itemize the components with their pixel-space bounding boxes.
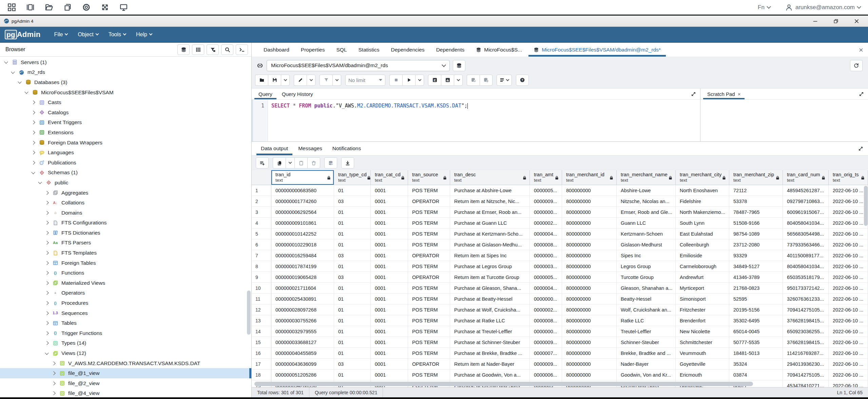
chevron-right-icon[interactable] [45, 281, 49, 285]
tree-item-fts-dictionaries[interactable]: FTS Dictionaries [0, 228, 251, 238]
grid-cell[interactable]: 01 [334, 348, 371, 359]
grid-cell[interactable]: 0001 [371, 261, 408, 272]
tab-dependencies[interactable]: Dependencies [385, 43, 430, 57]
grid-cell[interactable]: Purchase at Gislason-Medhu... [450, 239, 530, 250]
grid-cell[interactable]: Purchase at Treutel-Leffler [450, 326, 530, 337]
chevron-right-icon[interactable] [45, 201, 49, 204]
grid-cell[interactable]: Schinner-Steuber [617, 337, 676, 348]
grid-cell[interactable]: 01 [334, 185, 371, 196]
grid-cell[interactable]: 000000009101861 [271, 218, 334, 228]
grid-cell[interactable]: 50777-5535 [729, 337, 783, 348]
tab-microfocus-s[interactable]: MicroFocus$S... [470, 43, 528, 57]
row-number[interactable]: 11 [252, 294, 271, 304]
grid-cell[interactable]: 800000000 [562, 228, 617, 239]
tree-item-microfocus-see-files-vsam[interactable]: MicroFocus$SEE$Files$VSAM [0, 87, 251, 98]
grid-cell[interactable]: 800000000 [562, 261, 617, 272]
grid-cell[interactable]: 01 [334, 239, 371, 250]
grid-cell[interactable]: 709414275105... [783, 304, 829, 315]
grid-cell[interactable]: 03 [334, 196, 371, 207]
grid-cell[interactable]: OPERATOR [408, 250, 450, 261]
tree-item-languages[interactable]: Languages [0, 147, 251, 158]
grid-cell[interactable]: 51508-9166 [729, 218, 783, 228]
grid-cell[interactable]: 804058041034... [783, 261, 829, 272]
grid-cell[interactable]: 0000009... [530, 337, 562, 348]
menu-file[interactable]: File [54, 32, 68, 38]
tree-item-sequences[interactable]: 1.3Sequences [0, 308, 251, 318]
grid-cell[interactable]: 401150089177... [783, 250, 829, 261]
grid-cell[interactable]: Ratke LLC [617, 315, 676, 326]
delete-row-button[interactable] [307, 157, 320, 168]
grid-cell[interactable]: 41346-3789 [729, 272, 783, 283]
save-data-changes-button[interactable] [324, 157, 337, 168]
chevron-down-icon[interactable] [24, 90, 28, 94]
grid-cell[interactable]: 800000000 [562, 359, 617, 370]
grid-cell[interactable]: 2022-06-10 ... [829, 337, 868, 348]
grid-cell[interactable]: 01 [334, 283, 371, 294]
settings-gear-icon[interactable] [82, 3, 91, 12]
menu-help[interactable]: Help [136, 32, 152, 38]
tree-item-databases-3[interactable]: Databases (3) [0, 77, 251, 87]
tree-item-servers-1[interactable]: Servers (1) [0, 57, 251, 67]
chevron-right-icon[interactable] [45, 311, 49, 315]
grid-cell[interactable]: 000000043636099 [271, 359, 334, 370]
chevron-down-icon[interactable] [18, 80, 21, 84]
column-header-tran_desc[interactable]: tran_desctext [450, 170, 530, 185]
grid-cell[interactable]: Myrticeport [676, 283, 729, 294]
filter-menu-button[interactable] [332, 75, 341, 86]
grid-cell[interactable]: 2022-06-10 ... [829, 207, 868, 218]
grid-cell[interactable]: Guann LLC [617, 218, 676, 228]
row-number[interactable]: 14 [252, 326, 271, 337]
grid-cell[interactable]: 03 [334, 359, 371, 370]
grid-cell[interactable]: 0001 [371, 272, 408, 283]
grid-horizontal-scrollbar[interactable] [252, 382, 868, 386]
tab-dashboard[interactable]: Dashboard [258, 43, 295, 57]
column-header-tran_source[interactable]: tran_sourcetext [408, 170, 450, 185]
grid-cell[interactable]: Purchase at Ratke LLC [450, 315, 530, 326]
grid-cell[interactable]: Fidelshire [676, 196, 729, 207]
grid-cell[interactable]: Purchase at Wolf, Cruicksha... [450, 304, 530, 315]
row-number[interactable]: 1 [252, 185, 271, 196]
explain-button[interactable]: E [428, 75, 441, 86]
grid-cell[interactable]: 600961915067... [783, 207, 829, 218]
chevron-right-icon[interactable] [45, 271, 49, 275]
grid-cell[interactable]: OPERATOR [408, 272, 450, 283]
filtered-rows-button[interactable] [207, 44, 219, 55]
grid-cell[interactable]: 0000004... [530, 283, 562, 294]
grid-cell[interactable]: Return item at Nitzsche, Nic... [450, 196, 530, 207]
cancel-query-button[interactable] [389, 75, 402, 86]
grid-cell[interactable]: 0001 [371, 228, 408, 239]
tree-item-foreign-data-wrappers[interactable]: Foreign Data Wrappers [0, 138, 251, 148]
column-header-tran_cat_cd[interactable]: tran_cat_cdtext [371, 170, 408, 185]
row-number[interactable]: 8 [252, 261, 271, 272]
tree-item-collations[interactable]: A↓Collations [0, 198, 251, 208]
menu-tools[interactable]: Tools [109, 32, 126, 38]
grid-cell[interactable]: POS TERM [408, 185, 450, 196]
tree-item-m2-rds[interactable]: m2_rds [0, 67, 251, 78]
grid-cell[interactable]: 800000000 [562, 185, 617, 196]
grid-cell[interactable]: 0001 [371, 326, 408, 337]
psql-tool-button[interactable] [236, 44, 248, 55]
grid-cell[interactable]: 23712-2080 [729, 239, 783, 250]
grid-cell[interactable]: Purchase at Abshire-Lowe [450, 185, 530, 196]
chevron-right-icon[interactable] [45, 301, 49, 305]
tree-item-functions[interactable]: {}Functions [0, 268, 251, 278]
grid-cell[interactable]: 0000009... [530, 359, 562, 370]
grid-cell[interactable]: Purchase at Ernser, Roob an... [450, 207, 530, 218]
grid-cell[interactable]: 2022-06-10 ... [829, 196, 868, 207]
grid-hscroll-thumb[interactable] [254, 382, 753, 386]
grid-vertical-scrollbar[interactable] [864, 186, 868, 226]
tree-item-fts-parsers[interactable]: AaFTS Parsers [0, 238, 251, 248]
add-row-button[interactable] [256, 157, 269, 168]
column-header-tran_card_num[interactable]: tran_card_numtext [783, 170, 829, 185]
sql-code-line[interactable]: SELECT * FROM public."V_AWS.M2.CARDDEMO.… [268, 100, 700, 141]
grid-cell[interactable]: 98754-1089 [729, 228, 783, 239]
grid-cell[interactable]: Emilioside [676, 250, 729, 261]
grid-cell[interactable]: 000000025430891 [271, 294, 334, 304]
chevron-right-icon[interactable] [45, 241, 49, 245]
grid-cell[interactable]: 000000010229018 [271, 239, 334, 250]
grid-cell[interactable]: 03 [334, 250, 371, 261]
copy-pages-icon[interactable] [63, 3, 72, 12]
grid-cell[interactable]: 2022-06-10 ... [829, 185, 868, 196]
edit-button[interactable] [294, 75, 307, 86]
grid-cell[interactable]: 01 [334, 294, 371, 304]
